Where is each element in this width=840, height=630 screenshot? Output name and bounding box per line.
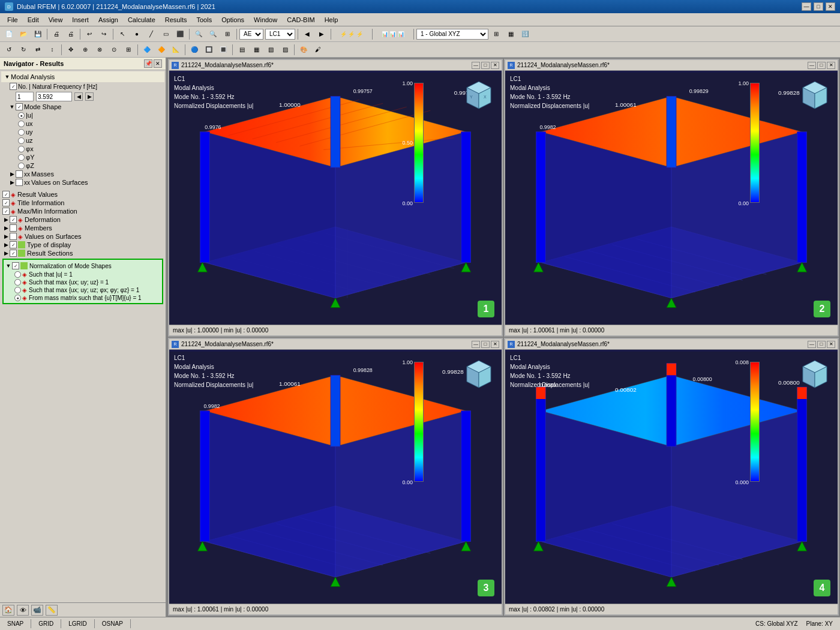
u-abs-item[interactable]: |u| — [17, 111, 164, 119]
normalization-checkbox[interactable] — [12, 262, 19, 269]
phiy-item[interactable]: φY — [17, 153, 164, 161]
vp1-min-button[interactable]: — — [472, 62, 480, 69]
forward-button[interactable]: ▶ — [315, 28, 328, 40]
select-button[interactable]: ↖ — [116, 28, 129, 40]
minimize-button[interactable]: — — [802, 2, 811, 11]
expand-mode-shape[interactable]: ▼ — [8, 103, 16, 110]
expand-values-disp[interactable]: ▶ — [2, 233, 10, 240]
view-select[interactable]: 1 - Global XYZ — [416, 29, 488, 40]
menu-tools[interactable]: Tools — [191, 15, 217, 25]
phiz-item[interactable]: φZ — [17, 161, 164, 170]
menu-view[interactable]: View — [44, 15, 68, 25]
tb2-btn8[interactable]: ⊙ — [107, 44, 121, 56]
vp1-buttons[interactable]: — □ ✕ — [472, 62, 499, 69]
freq-number-input[interactable] — [16, 92, 34, 101]
nav-close-button[interactable]: ✕ — [154, 59, 162, 68]
tool1-button[interactable]: ⚡ ⚡ ⚡ — [334, 28, 370, 40]
tb2-btn2[interactable]: ↻ — [17, 44, 30, 56]
tb2-color1[interactable]: 🎨 — [297, 44, 310, 56]
norm-option-3-item[interactable]: ◈ From mass matrix such that {u}T[M]{u} … — [13, 294, 161, 302]
type-display-checkbox[interactable] — [10, 241, 17, 248]
phix-item[interactable]: φx — [17, 145, 164, 153]
expand-result-sections[interactable]: ▶ — [2, 250, 10, 257]
maxmin-info-item[interactable]: ◈ Max/Min Information — [1, 207, 164, 215]
zoom-in-button[interactable]: 🔍 — [192, 28, 205, 40]
expand-deformation[interactable]: ▶ — [2, 216, 10, 223]
vp2-close-button[interactable]: ✕ — [827, 62, 835, 69]
masses-item[interactable]: ▶ xx Masses — [7, 170, 164, 178]
surface-button[interactable]: ▭ — [159, 28, 172, 40]
result-values-checkbox[interactable] — [2, 191, 10, 198]
norm-radio-1[interactable] — [14, 279, 21, 286]
vp2-max-button[interactable]: □ — [817, 62, 826, 69]
view-btn3[interactable]: 🔢 — [518, 28, 532, 40]
modal-analysis-item[interactable]: ▼ Modal Analysis — [1, 71, 164, 82]
open-button[interactable]: 📂 — [17, 28, 30, 40]
u-abs-radio[interactable] — [18, 112, 25, 119]
mode-shape-checkbox[interactable] — [16, 103, 23, 110]
ux-radio[interactable] — [18, 121, 25, 127]
zoom-out-button[interactable]: 🔍 — [206, 28, 220, 40]
lgrid-status[interactable]: LGRID — [61, 619, 95, 628]
tb2-btn11[interactable]: 🔶 — [155, 44, 168, 56]
menu-insert[interactable]: Insert — [67, 15, 94, 25]
line-button[interactable]: ╱ — [145, 28, 158, 40]
phiy-radio[interactable] — [18, 154, 25, 161]
vp3-close-button[interactable]: ✕ — [491, 341, 499, 348]
tb2-render1[interactable]: ▤ — [235, 44, 248, 56]
expand-modal[interactable]: ▼ — [4, 73, 11, 80]
uy-radio[interactable] — [18, 129, 25, 136]
vp4-close-button[interactable]: ✕ — [827, 341, 835, 348]
title-info-item[interactable]: ◈ Title Information — [1, 199, 164, 207]
osnap-status[interactable]: OSNAP — [95, 619, 131, 628]
result-sections-item[interactable]: ▶ Result Sections — [1, 249, 164, 257]
nav-bottom-btn3[interactable]: 📹 — [31, 605, 43, 616]
freq-checkbox[interactable] — [10, 83, 17, 90]
tb2-btn14[interactable]: 🔲 — [202, 44, 215, 56]
tb2-btn5[interactable]: ✥ — [64, 44, 77, 56]
tb2-btn10[interactable]: 🔷 — [140, 44, 154, 56]
vp3-min-button[interactable]: — — [472, 341, 480, 348]
menu-assign[interactable]: Assign — [94, 15, 123, 25]
title-info-checkbox[interactable] — [2, 199, 10, 206]
title-controls[interactable]: — □ ✕ — [802, 2, 835, 11]
menu-calculate[interactable]: Calculate — [123, 15, 160, 25]
tb2-color2[interactable]: 🖌 — [311, 44, 325, 56]
result-sections-checkbox[interactable] — [10, 250, 17, 257]
tb2-render3[interactable]: ▧ — [264, 44, 277, 56]
print-button[interactable]: 🖨 — [50, 28, 63, 40]
deformation-checkbox[interactable] — [10, 216, 17, 223]
norm-option-2-item[interactable]: ◈ Such that max {ux; uy; uz; φx; φy; φz}… — [13, 286, 161, 294]
values-surfaces-item[interactable]: ▶ xx Values on Surfaces — [7, 178, 164, 187]
nav-bottom-btn1[interactable]: 🏠 — [2, 605, 14, 616]
values-on-surfaces-disp-checkbox[interactable] — [10, 233, 17, 240]
zoom-fit-button[interactable]: ⊞ — [221, 28, 234, 40]
freq-hz-input[interactable] — [36, 92, 72, 101]
maximize-button[interactable]: □ — [814, 2, 823, 11]
nav-controls[interactable]: 📌 ✕ — [144, 59, 162, 68]
ae-select[interactable]: AE — [239, 29, 263, 40]
menu-cad-bim[interactable]: CAD-BIM — [282, 15, 319, 25]
norm-radio-0[interactable] — [14, 271, 21, 278]
norm-radio-3[interactable] — [14, 295, 21, 301]
norm-option-1-item[interactable]: ◈ Such that max {ux; uy; uz} = 1 — [13, 278, 161, 286]
tb2-btn4[interactable]: ↕ — [46, 44, 59, 56]
menu-results[interactable]: Results — [160, 15, 192, 25]
menu-edit[interactable]: Edit — [23, 15, 44, 25]
menu-help[interactable]: Help — [320, 15, 343, 25]
norm-option-0-item[interactable]: ◈ Such that |u| = 1 — [13, 271, 161, 278]
expand-values-surfaces[interactable]: ▶ — [8, 179, 16, 186]
members-item[interactable]: ▶ ◈ Members — [1, 224, 164, 232]
vp1-close-button[interactable]: ✕ — [491, 62, 499, 69]
vp2-buttons[interactable]: — □ ✕ — [808, 62, 835, 69]
vp4-min-button[interactable]: — — [808, 341, 816, 348]
snap-status[interactable]: SNAP — [0, 619, 31, 628]
ux-item[interactable]: ux — [17, 119, 164, 128]
masses-checkbox[interactable] — [16, 170, 23, 178]
vp2-min-button[interactable]: — — [808, 62, 816, 69]
values-surfaces-checkbox[interactable] — [16, 179, 23, 186]
freq-next-button[interactable]: ▶ — [85, 92, 94, 101]
tb2-btn9[interactable]: ⊞ — [122, 44, 135, 56]
menu-file[interactable]: File — [2, 15, 23, 25]
vp4-max-button[interactable]: □ — [817, 341, 826, 348]
